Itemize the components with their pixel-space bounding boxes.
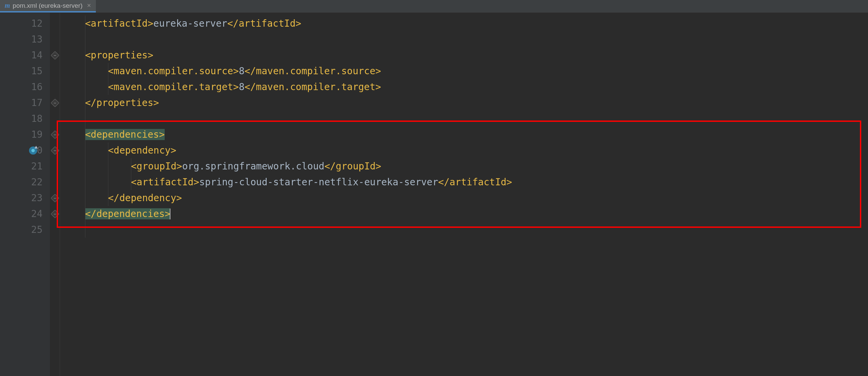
line-number: 19 bbox=[31, 129, 43, 140]
gutter-row: 22 bbox=[0, 174, 50, 190]
tab-filename: pom.xml (eureka-server) bbox=[13, 2, 83, 9]
gutter-row: 21 bbox=[0, 158, 50, 174]
line-number: 24 bbox=[31, 208, 43, 219]
fold-close-icon[interactable]: − bbox=[51, 99, 59, 107]
xml-tag: </dependencies> bbox=[85, 208, 170, 219]
xml-tag: <dependencies> bbox=[85, 129, 165, 140]
xml-tag: </maven.compiler.source> bbox=[245, 65, 381, 77]
fold-row: − bbox=[50, 95, 60, 111]
fold-bar: −−−−−− bbox=[50, 13, 60, 376]
xml-tag: <artifactId> bbox=[131, 177, 199, 188]
fold-row: − bbox=[50, 206, 60, 222]
gutter-row: 12 bbox=[0, 16, 50, 31]
line-number: 21 bbox=[31, 161, 43, 172]
line-number: 23 bbox=[31, 192, 43, 204]
fold-open-icon[interactable]: − bbox=[51, 130, 59, 139]
xml-text: eureka-server bbox=[153, 18, 227, 29]
gutter-row: 13 bbox=[0, 31, 50, 47]
line-number: 17 bbox=[31, 97, 43, 108]
code-line[interactable]: <groupId>org.springframework.cloud</grou… bbox=[62, 158, 868, 174]
xml-text: 8 bbox=[239, 81, 245, 92]
code-line[interactable]: <dependencies> bbox=[62, 127, 868, 142]
fold-close-icon[interactable]: − bbox=[51, 210, 59, 218]
line-number: 16 bbox=[31, 81, 43, 92]
xml-tag: </dependency> bbox=[108, 192, 182, 204]
line-number: 22 bbox=[31, 177, 43, 188]
text-cursor bbox=[170, 209, 170, 219]
file-tab[interactable]: m pom.xml (eureka-server) ✕ bbox=[0, 0, 96, 12]
gutter-row: 20 bbox=[0, 142, 50, 158]
code-line[interactable]: </dependencies> bbox=[62, 206, 868, 222]
xml-tag: <maven.compiler.target> bbox=[108, 81, 239, 92]
fold-row bbox=[50, 174, 60, 190]
dependency-update-icon[interactable] bbox=[29, 146, 37, 155]
code-line[interactable]: </dependency> bbox=[62, 190, 868, 206]
fold-row bbox=[50, 16, 60, 31]
code-line[interactable]: <dependency> bbox=[62, 142, 868, 158]
xml-tag: <dependency> bbox=[108, 145, 176, 156]
gutter-row: 25 bbox=[0, 222, 50, 238]
gutter-row: 24 bbox=[0, 206, 50, 222]
xml-text: org.springframework.cloud bbox=[182, 161, 324, 172]
fold-row bbox=[50, 222, 60, 238]
xml-tag: </groupId> bbox=[324, 161, 381, 172]
indent-guide bbox=[108, 63, 108, 95]
line-number: 12 bbox=[31, 18, 43, 29]
fold-row: − bbox=[50, 142, 60, 158]
gutter-row: 14 bbox=[0, 47, 50, 63]
close-icon[interactable]: ✕ bbox=[87, 2, 91, 9]
xml-text: spring-cloud-starter-netflix-eureka-serv… bbox=[199, 177, 438, 188]
maven-file-icon: m bbox=[5, 2, 10, 9]
xml-tag: <maven.compiler.source> bbox=[108, 65, 239, 77]
xml-tag: <properties> bbox=[85, 50, 153, 61]
fold-row bbox=[50, 31, 60, 47]
gutter-row: 18 bbox=[0, 111, 50, 127]
code-area[interactable]: <artifactId>eureka-server</artifactId><p… bbox=[60, 13, 868, 376]
gutter-row: 15 bbox=[0, 63, 50, 79]
xml-tag: <groupId> bbox=[131, 161, 182, 172]
editor-area: 1213141516171819202122232425 −−−−−− <art… bbox=[0, 13, 868, 376]
code-line[interactable]: <maven.compiler.target>8</maven.compiler… bbox=[62, 79, 868, 95]
code-line[interactable]: <maven.compiler.source>8</maven.compiler… bbox=[62, 63, 868, 79]
xml-tag: <artifactId> bbox=[85, 18, 153, 29]
code-line[interactable] bbox=[62, 222, 868, 238]
tab-bar: m pom.xml (eureka-server) ✕ bbox=[0, 0, 868, 13]
gutter-row: 17 bbox=[0, 95, 50, 111]
code-line[interactable]: </properties> bbox=[62, 95, 868, 111]
indent-guide bbox=[85, 16, 85, 238]
code-line[interactable]: <properties> bbox=[62, 47, 868, 63]
fold-row: − bbox=[50, 127, 60, 142]
fold-row bbox=[50, 79, 60, 95]
fold-close-icon[interactable]: − bbox=[51, 194, 59, 202]
xml-text: 8 bbox=[239, 65, 245, 77]
xml-tag: </maven.compiler.target> bbox=[245, 81, 381, 92]
line-number: 13 bbox=[31, 34, 43, 45]
fold-open-icon[interactable]: − bbox=[51, 51, 59, 59]
fold-row: − bbox=[50, 190, 60, 206]
code-line[interactable] bbox=[62, 111, 868, 127]
fold-row bbox=[50, 63, 60, 79]
fold-row bbox=[50, 158, 60, 174]
fold-open-icon[interactable]: − bbox=[51, 146, 59, 155]
xml-tag: </properties> bbox=[85, 97, 159, 108]
code-line[interactable]: <artifactId>spring-cloud-starter-netflix… bbox=[62, 174, 868, 190]
code-line[interactable]: <artifactId>eureka-server</artifactId> bbox=[62, 16, 868, 31]
gutter-row: 19 bbox=[0, 127, 50, 142]
fold-row bbox=[50, 111, 60, 127]
xml-tag: </artifactId> bbox=[227, 18, 301, 29]
indent-guide bbox=[108, 142, 108, 206]
gutter-row: 23 bbox=[0, 190, 50, 206]
xml-tag: </artifactId> bbox=[438, 177, 512, 188]
line-number: 18 bbox=[31, 113, 43, 124]
fold-row: − bbox=[50, 47, 60, 63]
gutter: 1213141516171819202122232425 bbox=[0, 13, 50, 376]
indent-guide bbox=[131, 158, 131, 190]
code-line[interactable] bbox=[62, 31, 868, 47]
line-number: 25 bbox=[31, 224, 43, 235]
line-number: 15 bbox=[31, 65, 43, 77]
line-number: 14 bbox=[31, 50, 43, 61]
gutter-row: 16 bbox=[0, 79, 50, 95]
